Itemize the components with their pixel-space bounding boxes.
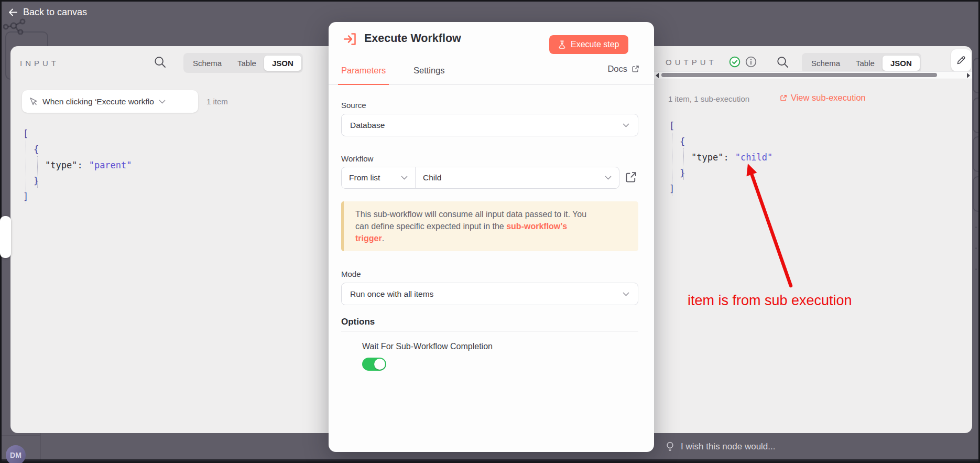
mode-label: Mode [341, 270, 361, 278]
external-link-icon [780, 94, 787, 102]
options-section-title: Options [341, 317, 375, 327]
json-key: "type": [45, 160, 83, 170]
info-icon[interactable] [745, 56, 757, 68]
back-to-canvas-label: Back to canvas [23, 7, 87, 18]
node-title: Execute Workflow [364, 32, 461, 45]
execute-step-label: Execute step [571, 40, 619, 49]
docs-label: Docs [607, 64, 627, 74]
workflow-selector: From list Child [341, 167, 619, 189]
chevron-down-icon [401, 176, 408, 180]
tab-parameters[interactable]: Parameters [338, 57, 389, 85]
sub-workflow-notice: This sub-workflow will consume all input… [341, 201, 638, 251]
input-tab-schema[interactable]: Schema [185, 56, 230, 71]
cursor-pointer-icon [29, 97, 38, 106]
json-brace: } [34, 176, 39, 186]
output-panel-title: OUTPUT [666, 58, 717, 67]
json-brace: } [680, 168, 685, 178]
n8n-node-detail-view: Back to canvas INPUT Schema Table JSON W… [0, 0, 980, 463]
options-divider [341, 331, 638, 331]
workflow-value-dropdown[interactable]: Child [416, 167, 619, 188]
json-brace: { [34, 144, 39, 155]
input-node-selector-value: When clicking ‘Execute workflo [42, 97, 154, 106]
external-link-icon [631, 65, 639, 73]
chevron-down-icon [159, 100, 166, 104]
wait-toggle-label: Wait For Sub-Workflow Completion [362, 342, 493, 351]
json-bracket: [ [669, 121, 674, 131]
chevron-down-icon [623, 292, 629, 296]
back-to-canvas-button[interactable]: Back to canvas [8, 7, 87, 18]
toggle-knob [374, 359, 385, 370]
workflow-source-value: From list [349, 173, 401, 182]
input-tab-json[interactable]: JSON [264, 56, 301, 71]
tab-settings[interactable]: Settings [410, 57, 448, 84]
annotation-text: item is from sub execution [688, 293, 852, 309]
mode-select[interactable]: Run once with all items [341, 283, 638, 305]
input-tab-table[interactable]: Table [230, 56, 264, 71]
annotation-arrow [736, 157, 804, 294]
pencil-icon [956, 56, 966, 66]
input-panel-title: INPUT [20, 59, 59, 68]
source-select[interactable]: Database [341, 114, 638, 136]
node-feedback-label: I wish this node would... [681, 442, 775, 452]
output-tab-table[interactable]: Table [848, 56, 883, 71]
workflow-label: Workflow [341, 154, 373, 163]
scroll-right-arrow-icon[interactable] [967, 73, 970, 78]
search-icon[interactable] [154, 56, 166, 68]
workflow-value: Child [423, 173, 605, 182]
execute-workflow-node-icon [343, 32, 357, 46]
input-items-count: 1 item [206, 90, 228, 113]
source-label: Source [341, 101, 366, 110]
arrow-left-icon [8, 8, 17, 16]
input-display-mode-tabs: Schema Table JSON [183, 53, 303, 73]
notice-suffix: . [382, 234, 384, 243]
dimmed-canvas-node [973, 58, 980, 93]
scrollbar-thumb[interactable] [661, 73, 937, 77]
output-display-mode-tabs: Schema Table JSON [802, 53, 921, 73]
panel-resize-handle[interactable] [0, 216, 11, 258]
dimmed-canvas-node [973, 136, 980, 172]
docs-link[interactable]: Docs [607, 64, 639, 74]
node-feedback-button[interactable]: I wish this node would... [666, 442, 775, 452]
json-value: "parent" [89, 160, 132, 170]
chevron-down-icon [623, 123, 629, 127]
user-avatar[interactable]: DM [6, 445, 26, 463]
execute-workflow-node-modal: Execute Workflow Execute step Parameters… [329, 22, 654, 452]
workflow-source-dropdown[interactable]: From list [342, 167, 415, 188]
chevron-down-icon [605, 176, 612, 180]
canvas-grid-dot [975, 247, 977, 249]
dimmed-canvas-node [973, 176, 980, 212]
input-json-viewer: [ { "type":"parent" } ] [23, 126, 132, 204]
success-check-icon[interactable] [729, 56, 741, 68]
flask-icon [558, 40, 566, 49]
search-icon[interactable] [777, 56, 789, 68]
canvas-grid-dot [975, 227, 977, 228]
view-sub-execution-link[interactable]: View sub-execution [780, 93, 866, 103]
output-tab-schema[interactable]: Schema [803, 56, 848, 71]
source-select-value: Database [350, 121, 623, 130]
canvas-grid-line [40, 433, 41, 461]
json-bracket: [ [23, 128, 28, 139]
execute-step-button[interactable]: Execute step [549, 35, 628, 54]
output-items-summary: 1 item, 1 sub-execution [668, 94, 749, 103]
scroll-left-arrow-icon[interactable] [656, 73, 659, 78]
mode-select-value: Run once with all items [350, 289, 623, 299]
view-sub-execution-label: View sub-execution [791, 93, 866, 103]
edit-output-button[interactable] [951, 49, 971, 71]
canvas-grid-line [2, 435, 40, 436]
input-node-selector[interactable]: When clicking ‘Execute workflo [22, 90, 198, 113]
modal-tab-bar: Parameters Settings Docs [329, 57, 654, 85]
wait-for-completion-toggle[interactable] [362, 358, 386, 371]
dimmed-canvas-node [973, 98, 980, 133]
json-key: "type": [691, 152, 729, 163]
json-brace: { [680, 136, 685, 147]
lightbulb-icon [666, 442, 674, 452]
canvas-grid-dot [975, 268, 977, 270]
output-tab-json[interactable]: JSON [883, 56, 920, 71]
open-workflow-icon[interactable] [625, 171, 637, 184]
